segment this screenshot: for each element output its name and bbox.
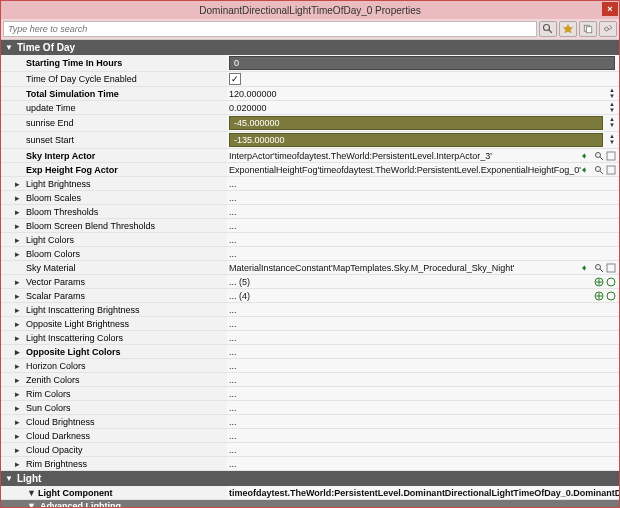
property-value[interactable]: ... [227, 331, 617, 344]
property-value[interactable]: InterpActor'timeofdaytest.TheWorld:Persi… [227, 149, 581, 162]
value-box[interactable]: 0 [229, 56, 615, 70]
property-value[interactable]: timeofdaytest.TheWorld:PersistentLevel.D… [227, 486, 619, 499]
expand-icon[interactable]: ▸ [15, 347, 23, 357]
property-value[interactable]: ... [227, 247, 617, 260]
array-clear-icon[interactable] [605, 290, 617, 302]
expand-icon[interactable]: ▸ [15, 207, 23, 217]
spinner[interactable]: ▲▼ [607, 117, 617, 129]
property-row: sunset Start-135.000000▲▼ [1, 132, 619, 149]
clear-icon[interactable] [605, 164, 617, 176]
property-value[interactable]: ... [227, 429, 617, 442]
use-selected-icon[interactable] [581, 164, 593, 176]
property-label: Sky Interp Actor [1, 149, 227, 162]
section-light[interactable]: ▼ Light [1, 471, 619, 486]
section-time-of-day[interactable]: ▼ Time Of Day [1, 40, 619, 55]
use-selected-icon[interactable] [581, 262, 593, 274]
expand-icon[interactable]: ▸ [15, 403, 23, 413]
chevron-down-icon[interactable]: ▼ [27, 488, 35, 498]
search-input[interactable] [3, 21, 537, 37]
value-controls [593, 289, 619, 302]
expand-icon[interactable]: ▸ [15, 193, 23, 203]
property-value[interactable]: ... [227, 373, 617, 386]
property-value[interactable]: ... [227, 317, 617, 330]
expand-icon[interactable]: ▸ [15, 221, 23, 231]
property-value[interactable]: 0 [227, 55, 617, 71]
svg-rect-4 [587, 27, 592, 33]
favorite-icon[interactable] [559, 21, 577, 37]
property-scroll[interactable]: ▼ Time Of Day Starting Time In Hours0Tim… [1, 39, 619, 507]
property-value[interactable]: -135.000000 [227, 132, 605, 148]
property-label: ▸Rim Brightness [1, 457, 227, 470]
checkbox[interactable]: ✓ [229, 73, 241, 85]
expand-icon[interactable]: ▸ [15, 375, 23, 385]
property-value[interactable]: ... [227, 443, 617, 456]
expand-icon[interactable]: ▸ [15, 305, 23, 315]
svg-point-0 [544, 25, 550, 31]
spinner[interactable]: ▲▼ [607, 102, 617, 114]
property-row: ▸Light Brightness... [1, 177, 619, 191]
clear-icon[interactable] [605, 262, 617, 274]
find-icon[interactable] [593, 150, 605, 162]
property-value[interactable]: ✓ [227, 72, 617, 86]
property-value[interactable]: ... [227, 387, 617, 400]
property-label: ▸Cloud Brightness [1, 415, 227, 428]
property-value[interactable]: ... [227, 457, 617, 470]
property-row: ▸Horizon Colors... [1, 359, 619, 373]
use-selected-icon[interactable] [581, 150, 593, 162]
expand-icon[interactable]: ▸ [15, 431, 23, 441]
property-row: ▸Bloom Screen Blend Thresholds... [1, 219, 619, 233]
property-value[interactable]: ... [227, 191, 617, 204]
property-value[interactable]: 0.020000 [227, 101, 605, 114]
expand-icon[interactable]: ▸ [15, 179, 23, 189]
expand-icon[interactable]: ▸ [15, 459, 23, 469]
spinner[interactable]: ▲▼ [607, 88, 617, 100]
expand-icon[interactable]: ▸ [15, 389, 23, 399]
value-box[interactable]: -45.000000 [229, 116, 603, 130]
close-button[interactable]: × [602, 2, 618, 16]
property-value[interactable]: 120.000000 [227, 87, 605, 100]
property-row: ▸Sun Colors... [1, 401, 619, 415]
expand-icon[interactable]: ▸ [15, 291, 23, 301]
copy-icon[interactable] [579, 21, 597, 37]
property-value[interactable]: ... (4) [227, 289, 593, 302]
window-title: DominantDirectionalLightTimeOfDay_0 Prop… [199, 5, 420, 16]
clear-icon[interactable] [605, 150, 617, 162]
titlebar[interactable]: DominantDirectionalLightTimeOfDay_0 Prop… [1, 1, 619, 19]
property-value[interactable]: -45.000000 [227, 115, 605, 131]
property-label: Total Simulation Time [1, 87, 227, 100]
property-value[interactable]: ... [227, 359, 617, 372]
property-value[interactable]: ... (5) [227, 275, 593, 288]
property-value[interactable]: ... [227, 205, 617, 218]
expand-icon[interactable]: ▸ [15, 319, 23, 329]
property-row: Exp Height Fog ActorExponentialHeightFog… [1, 163, 619, 177]
property-value[interactable]: MaterialInstanceConstant'MapTemplates.Sk… [227, 261, 581, 274]
array-add-icon[interactable] [593, 276, 605, 288]
value-controls [617, 219, 619, 232]
property-value[interactable]: ... [227, 177, 617, 190]
array-add-icon[interactable] [593, 290, 605, 302]
tools-icon[interactable] [599, 21, 617, 37]
expand-icon[interactable]: ▸ [15, 417, 23, 427]
spinner[interactable]: ▲▼ [607, 134, 617, 146]
expand-icon[interactable]: ▸ [15, 333, 23, 343]
array-clear-icon[interactable] [605, 276, 617, 288]
value-box[interactable]: -135.000000 [229, 133, 603, 147]
expand-icon[interactable]: ▸ [15, 249, 23, 259]
chevron-down-icon: ▼ [5, 43, 13, 52]
section-advanced-lighting[interactable]: ▼ Advanced Lighting [1, 500, 619, 507]
property-value[interactable]: ... [227, 401, 617, 414]
property-value[interactable]: ... [227, 233, 617, 246]
expand-icon[interactable]: ▸ [15, 361, 23, 371]
property-value[interactable]: ... [227, 303, 617, 316]
property-value[interactable]: ... [227, 345, 617, 358]
property-label: ▸Bloom Scales [1, 191, 227, 204]
search-icon[interactable] [539, 21, 557, 37]
property-value[interactable]: ExponentialHeightFog'timeofdaytest.TheWo… [227, 163, 581, 176]
find-icon[interactable] [593, 262, 605, 274]
property-value[interactable]: ... [227, 415, 617, 428]
expand-icon[interactable]: ▸ [15, 277, 23, 287]
expand-icon[interactable]: ▸ [15, 445, 23, 455]
find-icon[interactable] [593, 164, 605, 176]
property-value[interactable]: ... [227, 219, 617, 232]
expand-icon[interactable]: ▸ [15, 235, 23, 245]
